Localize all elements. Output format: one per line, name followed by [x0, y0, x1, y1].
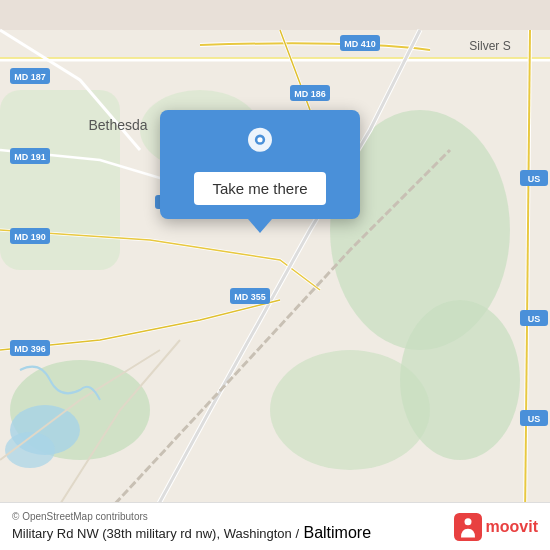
svg-text:US: US	[528, 414, 541, 424]
location-name2: Baltimore	[303, 524, 371, 541]
location-name-container: Military Rd NW (38th military rd nw), Wa…	[12, 524, 371, 542]
svg-text:MD 355: MD 355	[234, 292, 266, 302]
bottom-bar: © OpenStreetMap contributors Military Rd…	[0, 502, 550, 550]
svg-text:Silver S: Silver S	[469, 39, 510, 53]
popup-card: Take me there	[160, 110, 360, 219]
osm-attribution: © OpenStreetMap contributors	[12, 511, 371, 522]
map-container: MD 187 MD 410 MD 186 MD 191 MD MD 190 MD…	[0, 0, 550, 550]
take-me-there-button[interactable]: Take me there	[194, 172, 325, 205]
moovit-brand-icon	[454, 513, 482, 541]
svg-point-4	[270, 350, 430, 470]
moovit-label: moovit	[486, 518, 538, 536]
svg-text:Bethesda: Bethesda	[88, 117, 147, 133]
svg-text:MD 191: MD 191	[14, 152, 46, 162]
map-background: MD 187 MD 410 MD 186 MD 191 MD MD 190 MD…	[0, 0, 550, 550]
svg-text:MD 396: MD 396	[14, 344, 46, 354]
svg-text:MD 187: MD 187	[14, 72, 46, 82]
location-name: Military Rd NW (38th military rd nw), Wa…	[12, 526, 299, 541]
location-info: © OpenStreetMap contributors Military Rd…	[12, 511, 371, 542]
svg-text:MD 190: MD 190	[14, 232, 46, 242]
svg-text:US: US	[528, 174, 541, 184]
svg-text:MD 186: MD 186	[294, 89, 326, 99]
svg-text:US: US	[528, 314, 541, 324]
moovit-logo: moovit	[454, 513, 538, 541]
svg-point-39	[464, 518, 471, 525]
svg-point-37	[257, 137, 262, 142]
location-pin-icon	[242, 126, 278, 162]
svg-text:MD 410: MD 410	[344, 39, 376, 49]
